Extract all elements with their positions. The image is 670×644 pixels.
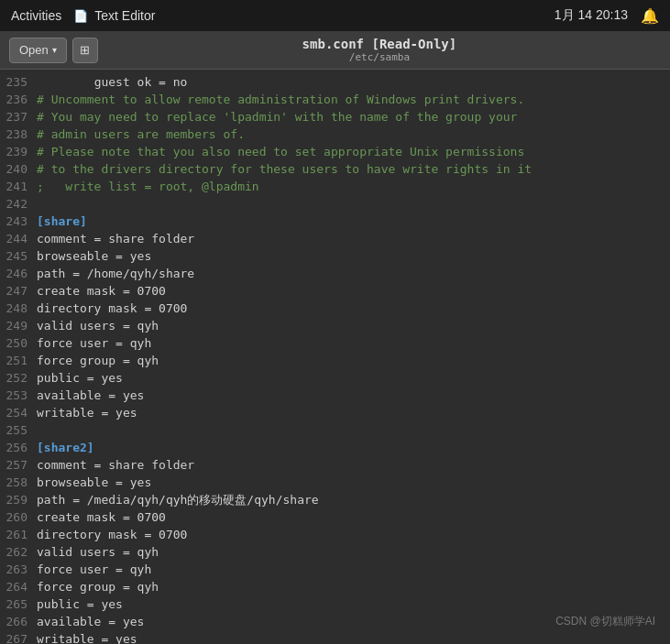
open-button[interactable]: Open ▾ — [9, 38, 67, 63]
table-row: 258browseable = yes — [0, 474, 663, 491]
file-path: /etc/samba — [98, 51, 661, 63]
table-row: 262valid users = qyh — [0, 543, 663, 561]
system-bar-left: Activities 📄 Text Editor — [11, 7, 155, 24]
activities-button[interactable]: Activities — [11, 8, 61, 23]
table-row: 249valid users = qyh — [0, 317, 663, 334]
line-number: 251 — [0, 352, 27, 369]
line-content: path = /home/qyh/share — [37, 265, 194, 282]
table-row: 252public = yes — [0, 369, 663, 387]
save-icon: ⊞ — [80, 43, 90, 57]
line-content: directory mask = 0700 — [37, 526, 187, 543]
line-content: # admin users are members of. — [37, 126, 245, 143]
line-content: force user = qyh — [37, 561, 151, 578]
line-number: 235 — [0, 73, 27, 91]
notification-bell-icon[interactable]: 🔔 — [641, 7, 659, 25]
line-number: 247 — [0, 282, 27, 300]
line-number: 266 — [0, 613, 27, 630]
table-row: 261directory mask = 0700 — [0, 526, 663, 543]
table-row: 257comment = share folder — [0, 456, 663, 474]
line-number: 250 — [0, 334, 27, 352]
line-number: 264 — [0, 578, 27, 595]
line-content: force user = qyh — [37, 334, 151, 352]
line-content: comment = share folder — [37, 230, 194, 247]
line-content: available = yes — [37, 613, 144, 630]
line-content: create mask = 0700 — [37, 282, 166, 300]
code-content[interactable]: 235 guest ok = no236# Uncomment to allow… — [0, 73, 670, 640]
table-row: 263force user = qyh — [0, 561, 663, 578]
line-content: create mask = 0700 — [37, 508, 166, 526]
table-row: 254writable = yes — [0, 404, 663, 421]
table-row: 236# Uncomment to allow remote administr… — [0, 91, 663, 108]
line-content: force group = qyh — [37, 578, 159, 595]
table-row: 244comment = share folder — [0, 230, 663, 247]
line-content: valid users = qyh — [37, 543, 159, 561]
system-time-area: 1月 14 20:13 🔔 — [555, 7, 659, 25]
line-number: 241 — [0, 178, 27, 195]
system-time: 1月 14 20:13 — [555, 7, 628, 24]
line-number: 243 — [0, 213, 27, 230]
table-row: 260create mask = 0700 — [0, 508, 663, 526]
table-row: 264force group = qyh — [0, 578, 663, 595]
line-number: 254 — [0, 404, 27, 421]
line-number: 257 — [0, 456, 27, 474]
line-content: guest ok = no — [37, 73, 187, 91]
line-number: 240 — [0, 160, 27, 178]
line-content: browseable = yes — [37, 247, 151, 265]
system-bar: Activities 📄 Text Editor 1月 14 20:13 🔔 — [0, 0, 670, 31]
line-number: 263 — [0, 561, 27, 578]
table-row: 256[share2] — [0, 439, 663, 456]
line-number: 253 — [0, 387, 27, 404]
line-content: writable = yes — [37, 630, 137, 644]
file-title-area: smb.conf [Read-Only] /etc/samba — [98, 37, 661, 63]
table-row: 237# You may need to replace 'lpadmin' w… — [0, 108, 663, 126]
line-number: 248 — [0, 300, 27, 317]
app-toolbar: Open ▾ ⊞ smb.conf [Read-Only] /etc/samba — [0, 31, 670, 70]
app-title-area: 📄 Text Editor — [72, 7, 155, 24]
line-number: 259 — [0, 491, 27, 508]
line-content: # You may need to replace 'lpadmin' with… — [37, 108, 517, 126]
line-number: 261 — [0, 526, 27, 543]
line-number: 238 — [0, 126, 27, 143]
table-row: 241; write list = root, @lpadmin — [0, 178, 663, 195]
file-name: smb.conf [Read-Only] — [98, 37, 661, 51]
line-content: comment = share folder — [37, 456, 194, 474]
save-button[interactable]: ⊞ — [72, 38, 98, 63]
line-content: browseable = yes — [37, 474, 151, 491]
line-content: ; write list = root, @lpadmin — [37, 178, 259, 195]
line-content: public = yes — [37, 595, 123, 613]
line-number: 262 — [0, 543, 27, 561]
table-row: 235 guest ok = no — [0, 73, 663, 91]
line-number: 258 — [0, 474, 27, 491]
table-row: 267writable = yes — [0, 630, 663, 644]
table-row: 238# admin users are members of. — [0, 126, 663, 143]
line-content: path = /media/qyh/qyh的移动硬盘/qyh/share — [37, 491, 319, 508]
line-content: public = yes — [37, 369, 123, 387]
line-number: 246 — [0, 265, 27, 282]
line-content: # to the drivers directory for these use… — [37, 160, 532, 178]
table-row: 259path = /media/qyh/qyh的移动硬盘/qyh/share — [0, 491, 663, 508]
table-row: 255 — [0, 421, 663, 439]
table-row: 239# Please note that you also need to s… — [0, 143, 663, 160]
app-title: Text Editor — [94, 8, 155, 23]
table-row: 253available = yes — [0, 387, 663, 404]
line-content: valid users = qyh — [37, 317, 159, 334]
line-content: [share2] — [37, 439, 94, 456]
line-number: 242 — [0, 195, 27, 213]
table-row: 245browseable = yes — [0, 247, 663, 265]
line-number: 239 — [0, 143, 27, 160]
line-content: # Please note that you also need to set … — [37, 143, 524, 160]
line-content: [share] — [37, 213, 87, 230]
line-content: # Uncomment to allow remote administrati… — [37, 91, 524, 108]
app-icon: 📄 — [72, 7, 89, 24]
line-number: 237 — [0, 108, 27, 126]
chevron-down-icon: ▾ — [52, 45, 57, 55]
line-content: available = yes — [37, 387, 144, 404]
line-number: 260 — [0, 508, 27, 526]
line-number: 245 — [0, 247, 27, 265]
editor-area: 235 guest ok = no236# Uncomment to allow… — [0, 70, 670, 644]
table-row: 242 — [0, 195, 663, 213]
line-number: 267 — [0, 630, 27, 644]
table-row: 266available = yes — [0, 613, 663, 630]
line-content: force group = qyh — [37, 352, 159, 369]
line-content: writable = yes — [37, 404, 137, 421]
